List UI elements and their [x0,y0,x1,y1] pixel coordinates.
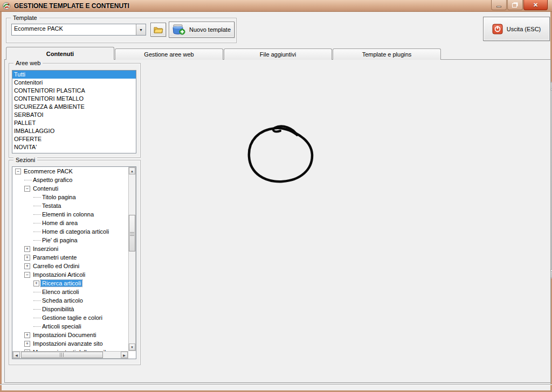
tree-hscroll-thumb[interactable] [21,352,103,358]
tree-item-label: Elementi in colonna [41,211,95,218]
tree-vscroll-thumb[interactable] [129,215,135,251]
aree-web-list: TuttiContenitoriCONTENITORI PLASTICACONT… [12,70,136,153]
tree-item-testata[interactable]: Testata [12,201,128,210]
exit-button[interactable]: Uscita (ESC) [483,17,550,41]
window-bottom-groove [0,384,552,385]
tree-item-elenco-articoli[interactable]: Elenco articoli [12,288,128,296]
tree-connector [33,318,41,318]
power-icon [492,24,503,34]
aree-web-item-contenitori-plastica[interactable]: CONTENITORI PLASTICA [12,87,136,95]
aree-web-item-imballaggio[interactable]: IMBALLAGGIO [12,127,136,135]
tree-item-ricerca-articoli[interactable]: +Ricerca articoli [12,279,128,288]
aree-web-item-offerte[interactable]: OFFERTE [12,135,136,143]
tree-item-label: Disponibilità [41,306,75,312]
collapse-icon[interactable]: − [24,186,30,192]
template-group-label: Template [11,15,39,21]
tree-item-label: Titolo pagina [41,194,77,200]
tree-item-label: Inserzioni [32,246,59,252]
expand-icon[interactable]: + [24,263,30,269]
close-icon: ✕ [533,2,538,9]
restore-button[interactable] [507,0,523,10]
tree-item-home-di-categoria-articoli[interactable]: Home di categoria articoli [12,227,128,236]
minimize-button[interactable] [491,0,507,10]
tree-item-elementi-in-colonna[interactable]: Elementi in colonna [12,210,128,219]
tree-horizontal-scrollbar[interactable]: ◀ ▶ [12,351,128,359]
aree-web-item-tutti[interactable]: Tutti [12,71,136,79]
tree-item-gestione-taglie-e-colori[interactable]: Gestione taglie e colori [12,313,128,322]
aree-web-item-sicurezza-ambiente[interactable]: SICUREZZA & AMBIENTE [12,103,136,111]
aree-web-item-pallet[interactable]: PALLET [12,119,136,127]
sezioni-group-label: Sezioni [13,157,37,163]
tree-item-impostazioni-documenti[interactable]: +Impostazioni Documenti [12,331,128,339]
tree-vertical-scrollbar[interactable]: ▲ ▼ [128,167,136,351]
tab-gestione-aree-web[interactable]: Gestione aree web [115,48,223,60]
open-folder-button[interactable] [150,23,166,37]
collapse-icon[interactable]: − [15,169,21,174]
tree-item-disponibilit[interactable]: Disponibilità [12,305,128,313]
tree-item-scheda-articolo[interactable]: Scheda articolo [12,296,128,305]
tab-file-aggiuntivi[interactable]: File aggiuntivi [224,48,332,60]
sezioni-tree: −Ecommerce PACKAspetto grafico−Contenuti… [12,166,136,359]
collapse-icon[interactable]: − [24,272,30,278]
expand-icon[interactable]: + [24,341,30,347]
exit-button-label: Uscita (ESC) [507,26,541,32]
expand-icon[interactable]: + [24,255,30,261]
tab-bar: ContenutiGestione aree webFile aggiuntiv… [6,47,441,60]
tree-item-label: Parametri utente [32,254,78,261]
open-folder-icon [154,26,163,33]
tree-item-label: Scheda articolo [41,297,84,304]
scroll-left-icon[interactable]: ◀ [13,352,20,358]
tree-connector [33,214,41,215]
tree-item-label: Carrello ed Ordini [32,263,80,269]
aree-web-item-novita[interactable]: NOVITA' [12,143,136,151]
new-template-button[interactable]: Nuovo template [169,22,234,38]
tree-item-carrello-ed-ordini[interactable]: +Carrello ed Ordini [12,262,128,270]
tree-item-ecommerce-pack[interactable]: −Ecommerce PACK [12,167,128,176]
template-combobox[interactable]: Ecommerce PACK ▼ [11,24,146,36]
tree-item-titolo-pagina[interactable]: Titolo pagina [12,193,128,201]
tree-item-aspetto-grafico[interactable]: Aspetto grafico [12,176,128,184]
scroll-right-icon[interactable]: ▶ [121,352,128,358]
tree-item-label: Home di categoria articoli [41,228,110,235]
tree-item-label: Contenuti [32,185,59,192]
tree-item-impostazioni-avanzate-sito[interactable]: +Impostazioni avanzate sito [12,339,128,348]
tree-item-label: Ecommerce PACK [23,168,74,174]
tree-item-label: Impostazioni Articoli [32,271,86,278]
close-button[interactable]: ✕ [523,0,548,10]
scroll-down-icon[interactable]: ▼ [129,344,135,351]
tab-contenuti[interactable]: Contenuti [6,47,114,60]
scroll-up-icon[interactable]: ▲ [129,167,135,174]
tree-connector [33,232,41,232]
expand-icon[interactable]: + [24,332,30,338]
tree-connector [33,223,41,223]
tree-item-label: Gestione taglie e colori [41,314,104,321]
tree-item-inserzioni[interactable]: +Inserzioni [12,244,128,253]
tree-item-home-di-area[interactable]: Home di area [12,219,128,227]
restore-icon [512,3,517,8]
minimize-icon [496,6,501,8]
new-template-label: Nuovo template [189,26,231,33]
tree-item-label: Ricerca articoli [41,280,82,286]
tree-connector [33,206,41,206]
tree-item-label: Pie' di pagina [41,237,79,243]
tab-template-e-plugins[interactable]: Template e plugins [333,48,441,60]
aree-web-item-contenitori[interactable]: Contenitori [12,79,136,87]
tree-item-pie-di-pagina[interactable]: Pie' di pagina [12,236,128,244]
tree-item-impostazioni-articoli[interactable]: −Impostazioni Articoli [12,270,128,279]
expand-icon[interactable]: + [33,281,39,286]
tree-connector [33,292,41,292]
window-title: GESTIONE TEMPLATE E CONTENUTI [14,2,129,10]
tree-item-parametri-utente[interactable]: +Parametri utente [12,253,128,262]
expand-icon[interactable]: + [24,246,30,252]
app-window: GESTIONE TEMPLATE E CONTENUTI ✕ Template… [0,0,552,392]
tree-item-label: Articoli speciali [41,323,82,330]
tree-connector [33,197,41,198]
tree-connector [24,180,32,180]
tree-item-articoli-speciali[interactable]: Articoli speciali [12,322,128,331]
aree-web-item-serbatoi[interactable]: SERBATOI [12,111,136,119]
chevron-down-icon[interactable]: ▼ [136,24,146,35]
tree-item-label: Home di area [41,220,79,226]
tree-item-label: Testata [41,202,62,209]
aree-web-item-contenitori-metallo[interactable]: CONTENITORI METALLO [12,95,136,103]
tree-item-contenuti[interactable]: −Contenuti [12,184,128,193]
